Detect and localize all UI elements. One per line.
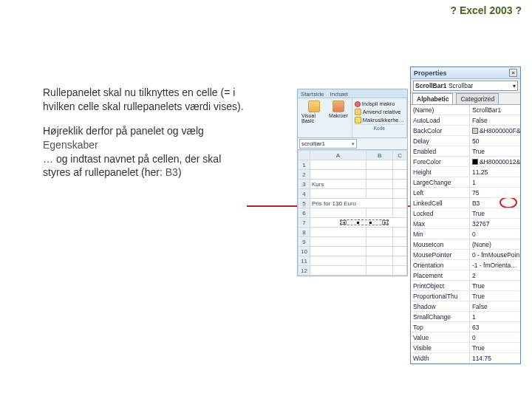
scroll-left-icon[interactable]: ◂	[341, 220, 347, 225]
property-value[interactable]: True	[470, 146, 520, 156]
property-row[interactable]: Left75	[411, 188, 520, 198]
property-row[interactable]: MouseIcon(None)	[411, 239, 520, 250]
property-name: LargeChange	[411, 177, 470, 187]
relative-refs-button[interactable]: Anvend relative	[355, 108, 404, 116]
property-row[interactable]: Max32767	[411, 219, 520, 229]
properties-titlebar: Properties ×	[411, 67, 520, 79]
property-value[interactable]: 1	[470, 312, 520, 321]
row-header[interactable]: 11	[299, 256, 310, 266]
property-value[interactable]: &H8000000F&	[470, 126, 520, 135]
row-header[interactable]: 2	[299, 170, 310, 180]
property-value[interactable]: 0	[470, 229, 520, 239]
row-header[interactable]: 4	[299, 189, 310, 199]
property-row[interactable]: LargeChange1	[411, 177, 520, 188]
tab-alphabetic[interactable]: Alphabetic	[412, 93, 453, 104]
col-header-c[interactable]: C	[393, 151, 407, 160]
color-swatch	[472, 159, 478, 165]
property-value[interactable]: 0 - fmMousePoin	[470, 250, 520, 259]
row-header[interactable]: 12	[299, 266, 310, 276]
property-value[interactable]: 114.75	[470, 353, 520, 363]
property-value[interactable]: True	[470, 208, 520, 218]
row-header[interactable]: 3	[299, 180, 310, 189]
property-value[interactable]: &H80000012&	[470, 157, 520, 166]
property-row[interactable]: EnabledTrue	[411, 146, 520, 157]
makroer-button[interactable]: Makroer	[327, 100, 349, 136]
property-value[interactable]: True	[470, 281, 520, 290]
row-header[interactable]: 8	[299, 228, 310, 237]
property-value[interactable]: 63	[470, 322, 520, 332]
col-header-b[interactable]: B	[366, 151, 393, 160]
property-row[interactable]: Orientation-1 - fmOrienta…	[411, 260, 520, 270]
property-row[interactable]: BackColor&H8000000F&	[411, 126, 520, 136]
property-value[interactable]: (None)	[470, 239, 520, 249]
property-row[interactable]: Delay50	[411, 136, 520, 146]
property-row[interactable]: Placement2	[411, 270, 520, 281]
property-value[interactable]: 2	[470, 270, 520, 280]
namebox-row: scrolliar1 ▾	[298, 138, 407, 150]
property-name: Height	[411, 167, 470, 177]
color-swatch	[472, 128, 478, 134]
property-row[interactable]: (Name)ScrollBar1	[411, 105, 520, 115]
property-value[interactable]: 75	[470, 188, 520, 197]
row-header[interactable]: 5	[299, 199, 310, 208]
scrollbar-control[interactable]: ◂ ▸	[340, 219, 389, 225]
row-header[interactable]: 1	[299, 160, 310, 170]
properties-tabs: Alphabetic Categorized	[411, 93, 520, 105]
property-name: MousePointer	[411, 250, 470, 259]
cell-a5[interactable]: Pris for 130 Euro	[310, 199, 393, 208]
property-row[interactable]: ShadowFalse	[411, 301, 520, 312]
property-row[interactable]: ForeColor&H80000012&	[411, 157, 520, 167]
property-value[interactable]: False	[470, 301, 520, 311]
property-value[interactable]: 11.25	[470, 167, 520, 177]
property-row[interactable]: Value0	[411, 332, 520, 343]
property-value[interactable]: ScrollBar1	[470, 105, 520, 115]
property-value[interactable]: 32767	[470, 219, 520, 228]
property-value[interactable]: True	[470, 343, 520, 352]
chevron-down-icon: ▾	[513, 83, 516, 89]
property-name: Orientation	[411, 260, 470, 270]
property-row[interactable]: VisibleTrue	[411, 343, 520, 353]
property-value[interactable]: 50	[470, 136, 520, 146]
visual-basic-button[interactable]: Visual Basic	[300, 100, 327, 136]
property-row[interactable]: MousePointer0 - fmMousePoin	[411, 250, 520, 260]
row-header[interactable]: 9	[299, 237, 310, 247]
property-row[interactable]: SmallChange1	[411, 312, 520, 322]
worksheet[interactable]: A B C 1 2 3Kurs 4 5Pris for 130 Euro 6 7…	[298, 150, 407, 276]
row-header[interactable]: 7	[299, 218, 310, 228]
property-value[interactable]: False	[470, 115, 520, 125]
property-row[interactable]: Width114.75	[411, 353, 520, 364]
row-header[interactable]: 10	[299, 247, 310, 256]
property-value[interactable]: 1	[470, 177, 520, 187]
property-value[interactable]: B3	[470, 198, 520, 208]
scroll-right-icon[interactable]: ▸	[382, 220, 388, 225]
property-row[interactable]: LockedTrue	[411, 208, 520, 219]
name-box[interactable]: scrolliar1 ▾	[299, 139, 357, 149]
col-header-a[interactable]: A	[310, 151, 366, 160]
property-row[interactable]: LinkedCellB3	[411, 198, 520, 208]
ribbon-group-label: Kode	[355, 124, 404, 132]
close-icon[interactable]: ×	[509, 69, 517, 77]
ribbon-tab-startside[interactable]: Startside	[301, 91, 324, 98]
ribbon-tab-indsaet[interactable]: Indsæt	[330, 91, 348, 98]
property-row[interactable]: ProportionalThuTrue	[411, 291, 520, 301]
object-selector[interactable]: ScrollBar1 Scrollbar ▾	[413, 81, 518, 91]
property-row[interactable]: Min0	[411, 229, 520, 239]
property-name: BackColor	[411, 126, 470, 135]
property-value[interactable]: -1 - fmOrienta…	[470, 260, 520, 270]
property-name: Max	[411, 219, 470, 228]
macro-security-button[interactable]: Makrosikkerhe…	[355, 116, 404, 124]
property-name: Placement	[411, 270, 470, 280]
instr-p2-keyword: Egenskaber	[43, 139, 98, 151]
property-value[interactable]: 0	[470, 332, 520, 342]
row-header[interactable]: 6	[299, 208, 310, 218]
property-row[interactable]: AutoLoadFalse	[411, 115, 520, 126]
record-macro-button[interactable]: Indspil makro	[355, 100, 404, 108]
property-row[interactable]: Top63	[411, 322, 520, 332]
properties-window: Properties × ScrollBar1 Scrollbar ▾ Alph…	[410, 66, 521, 364]
tab-categorized[interactable]: Categorized	[456, 93, 499, 104]
property-value[interactable]: True	[470, 291, 520, 301]
select-all-corner[interactable]	[299, 151, 310, 160]
cell-a3[interactable]: Kurs	[310, 180, 366, 189]
property-row[interactable]: Height11.25	[411, 167, 520, 177]
property-row[interactable]: PrintObjectTrue	[411, 281, 520, 291]
